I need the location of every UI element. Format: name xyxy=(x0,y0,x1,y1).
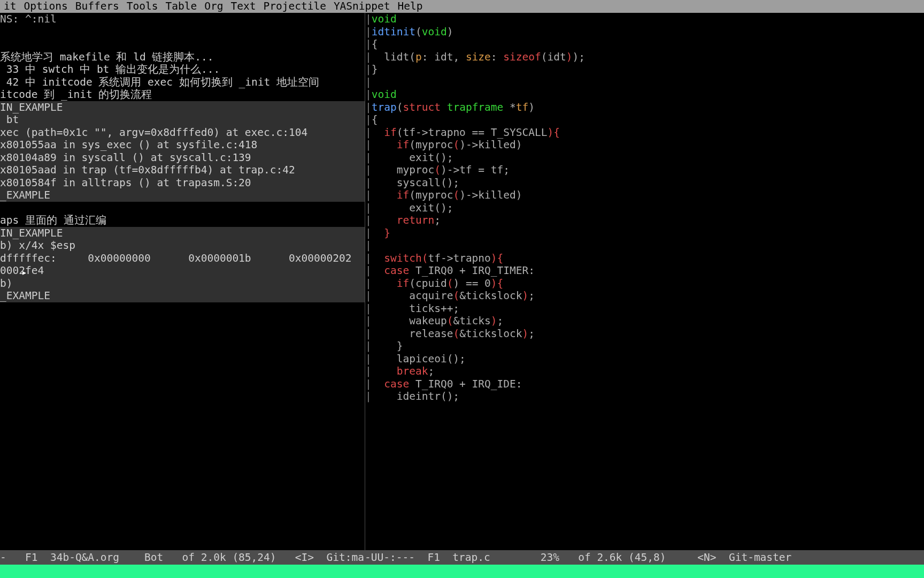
gutter-separator: | xyxy=(365,126,372,139)
gutter-separator: | xyxy=(365,177,372,189)
code-line: | exit(); xyxy=(365,151,924,164)
code-line: | break; xyxy=(365,365,924,378)
code-line: |{ xyxy=(365,113,924,126)
gutter-separator: | xyxy=(365,151,372,164)
gutter-separator: | xyxy=(365,365,372,377)
gutter-separator: | xyxy=(365,252,372,264)
code-line: | release(&tickslock); xyxy=(365,328,924,340)
text-line xyxy=(0,38,365,51)
code-line: |void xyxy=(365,88,924,101)
gutter-separator: | xyxy=(365,164,372,176)
menu-it[interactable]: it xyxy=(0,0,20,13)
code-line: | wakeup(&ticks); xyxy=(365,315,924,328)
code-line: | ideintr(); xyxy=(365,390,924,403)
text-line xyxy=(0,26,365,39)
menu-yasnippet[interactable]: YASnippet xyxy=(330,0,394,13)
menu-bar: itOptionsBuffersToolsTableOrgTextProject… xyxy=(0,0,924,13)
text-line: IN_EXAMPLE xyxy=(0,101,365,114)
code-line: | case T_IRQ0 + IRQ_IDE: xyxy=(365,378,924,391)
main-split: NS: ^:nil系统地学习 makefile 和 ld 链接脚本... 33 … xyxy=(0,13,924,550)
code-line: | lapiceoi(); xyxy=(365,353,924,366)
mode-line-right: -UU-:--- F1 trap.c 23% of 2.6k (45,8) <N… xyxy=(365,550,924,565)
code-line: | if(cpuid() == 0){ xyxy=(365,277,924,290)
code-line: | syscall(); xyxy=(365,177,924,189)
text-line: x801055aa in sys_exec () at sysfile.c:41… xyxy=(0,139,365,151)
text-line: NS: ^:nil xyxy=(0,13,365,26)
code-line: |{ xyxy=(365,38,924,51)
code-line: | xyxy=(365,76,924,89)
text-line: _EXAMPLE xyxy=(0,189,365,202)
text-line: dfffffec: 0x00000000 0x0000001b 0x000002… xyxy=(0,252,365,265)
text-line: IN_EXAMPLE xyxy=(0,227,365,240)
text-line: 42 中 initcode 系统调用 exec 如何切换到 _init 地址空间 xyxy=(0,76,365,89)
tmux-status-bar: 0:emacs* 1:gdb-Z 2:zsh emacs -n xyxy=(0,565,924,578)
gutter-separator: | xyxy=(365,315,372,327)
menu-table[interactable]: Table xyxy=(162,0,201,13)
gutter-separator: | xyxy=(365,390,372,402)
menu-text[interactable]: Text xyxy=(227,0,260,13)
code-line: | } xyxy=(365,227,924,240)
gutter-separator: | xyxy=(365,38,372,50)
code-line: | return; xyxy=(365,214,924,227)
code-line: | ticks++; xyxy=(365,302,924,315)
gutter-separator: | xyxy=(365,340,372,352)
gutter-separator: | xyxy=(365,88,372,101)
text-line: x8010584f in alltraps () at trapasm.S:20 xyxy=(0,177,365,189)
gutter-separator: | xyxy=(365,239,372,252)
menu-buffers[interactable]: Buffers xyxy=(72,0,123,13)
gutter-separator: | xyxy=(365,26,372,38)
code-line: | lidt(p: idt, size: sizeof(idt)); xyxy=(365,51,924,64)
code-line: |} xyxy=(365,63,924,76)
gutter-separator: | xyxy=(365,264,372,277)
menu-options[interactable]: Options xyxy=(20,0,71,13)
right-pane-code-buffer[interactable]: |void|idtinit(void)|{| lidt(p: idt, size… xyxy=(365,13,924,550)
gutter-separator: | xyxy=(365,378,372,390)
code-line: | if(myproc()->killed) xyxy=(365,189,924,202)
gutter-separator: | xyxy=(365,101,372,113)
menu-projectile[interactable]: Projectile xyxy=(259,0,329,13)
code-line: | } xyxy=(365,340,924,353)
text-line: _EXAMPLE xyxy=(0,290,365,302)
text-line: 0002fe4 xyxy=(0,264,365,277)
gutter-separator: | xyxy=(365,328,372,340)
gutter-separator: | xyxy=(365,302,372,315)
text-line: 系统地学习 makefile 和 ld 链接脚本... xyxy=(0,51,365,64)
code-line: | case T_IRQ0 + IRQ_TIMER: xyxy=(365,264,924,277)
text-line: xec (path=0x1c "", argv=0x8dfffed0) at e… xyxy=(0,126,365,139)
text-line: bt xyxy=(0,113,365,126)
text-line xyxy=(0,202,365,215)
menu-help[interactable]: Help xyxy=(394,0,427,13)
gutter-separator: | xyxy=(365,189,372,201)
code-line: | acquire(&tickslock); xyxy=(365,290,924,302)
gutter-separator: | xyxy=(365,353,372,365)
gutter-separator: | xyxy=(365,277,372,290)
gutter-separator: | xyxy=(365,227,372,239)
code-line: | xyxy=(365,239,924,252)
code-line: | myproc()->tf = tf; xyxy=(365,164,924,177)
mouse-cursor: ▸ xyxy=(21,267,27,278)
left-pane-org-buffer[interactable]: NS: ^:nil系统地学习 makefile 和 ld 链接脚本... 33 … xyxy=(0,13,365,550)
code-line: | if(tf->trapno == T_SYSCALL){ xyxy=(365,126,924,139)
gutter-separator: | xyxy=(365,13,372,25)
text-line: itcode 到 _init 的切换流程 xyxy=(0,88,365,101)
gutter-separator: | xyxy=(365,214,372,226)
code-line: |void xyxy=(365,13,924,26)
code-line: |idtinit(void) xyxy=(365,26,924,39)
gutter-separator: | xyxy=(365,76,372,88)
code-line: | exit(); xyxy=(365,202,924,215)
mode-line-left: - F1 34b-Q&A.org Bot of 2.0k (85,24) <I>… xyxy=(0,550,365,565)
text-line: b) x/4x $esp xyxy=(0,239,365,252)
code-line: | switch(tf->trapno){ xyxy=(365,252,924,265)
gutter-separator: | xyxy=(365,139,372,151)
gutter-separator: | xyxy=(365,202,372,214)
text-line: 33 中 swtch 中 bt 输出变化是为什么... xyxy=(0,63,365,76)
text-line: x80104a89 in syscall () at syscall.c:139 xyxy=(0,151,365,164)
text-line: b) xyxy=(0,277,365,290)
menu-tools[interactable]: Tools xyxy=(123,0,162,13)
code-line: |trap(struct trapframe *tf) xyxy=(365,101,924,114)
gutter-separator: | xyxy=(365,63,372,75)
gutter-separator: | xyxy=(365,113,372,126)
gutter-separator: | xyxy=(365,290,372,302)
gutter-separator: | xyxy=(365,51,372,63)
menu-org[interactable]: Org xyxy=(201,0,227,13)
